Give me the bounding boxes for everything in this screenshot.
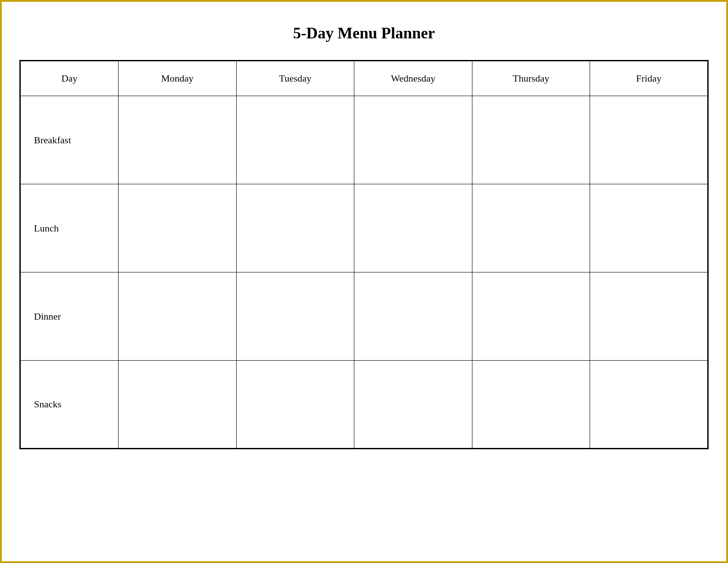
dinner-label: Dinner bbox=[20, 272, 119, 361]
snacks-label: Snacks bbox=[20, 361, 119, 449]
header-friday: Friday bbox=[590, 61, 708, 96]
dinner-tuesday[interactable] bbox=[236, 272, 354, 361]
breakfast-label: Breakfast bbox=[20, 96, 119, 184]
header-monday: Monday bbox=[119, 61, 237, 96]
lunch-thursday[interactable] bbox=[472, 184, 590, 272]
table-row: Dinner bbox=[20, 272, 708, 361]
lunch-tuesday[interactable] bbox=[236, 184, 354, 272]
dinner-wednesday[interactable] bbox=[354, 272, 472, 361]
header-thursday: Thursday bbox=[472, 61, 590, 96]
header-row: Day Monday Tuesday Wednesday Thursday Fr… bbox=[20, 61, 708, 96]
breakfast-wednesday[interactable] bbox=[354, 96, 472, 184]
dinner-monday[interactable] bbox=[119, 272, 237, 361]
header-tuesday: Tuesday bbox=[236, 61, 354, 96]
lunch-label: Lunch bbox=[20, 184, 119, 272]
lunch-monday[interactable] bbox=[119, 184, 237, 272]
snacks-tuesday[interactable] bbox=[236, 361, 354, 449]
breakfast-thursday[interactable] bbox=[472, 96, 590, 184]
header-day: Day bbox=[20, 61, 119, 96]
breakfast-friday[interactable] bbox=[590, 96, 708, 184]
dinner-thursday[interactable] bbox=[472, 272, 590, 361]
breakfast-monday[interactable] bbox=[119, 96, 237, 184]
table-row: Breakfast bbox=[20, 96, 708, 184]
menu-planner-table: Day Monday Tuesday Wednesday Thursday Fr… bbox=[19, 60, 709, 449]
table-row: Lunch bbox=[20, 184, 708, 272]
snacks-wednesday[interactable] bbox=[354, 361, 472, 449]
lunch-friday[interactable] bbox=[590, 184, 708, 272]
snacks-thursday[interactable] bbox=[472, 361, 590, 449]
snacks-friday[interactable] bbox=[590, 361, 708, 449]
page-title: 5-Day Menu Planner bbox=[293, 24, 435, 42]
header-wednesday: Wednesday bbox=[354, 61, 472, 96]
snacks-monday[interactable] bbox=[119, 361, 237, 449]
dinner-friday[interactable] bbox=[590, 272, 708, 361]
breakfast-tuesday[interactable] bbox=[236, 96, 354, 184]
lunch-wednesday[interactable] bbox=[354, 184, 472, 272]
table-row: Snacks bbox=[20, 361, 708, 449]
